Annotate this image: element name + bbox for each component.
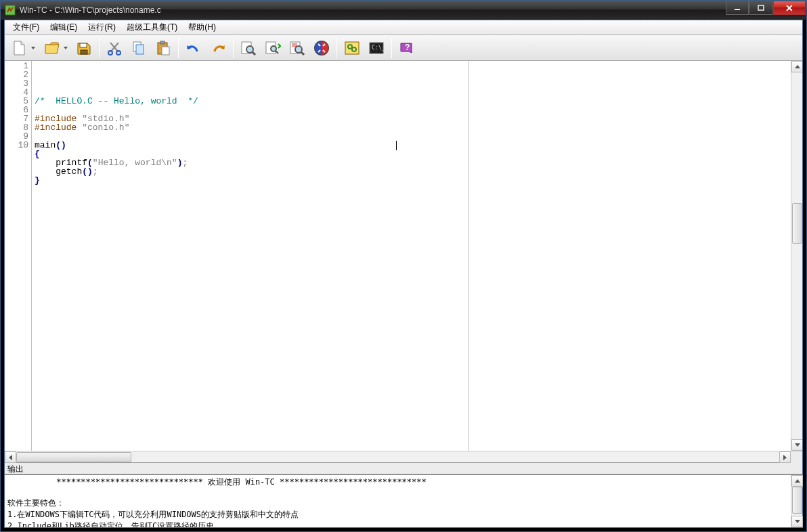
svg-rect-1 [735, 9, 740, 10]
text-cursor [396, 141, 397, 150]
svg-rect-8 [136, 45, 144, 54]
redo-icon [209, 39, 227, 57]
find-icon [240, 40, 257, 56]
scroll-thumb[interactable] [792, 487, 802, 514]
new-file-button[interactable] [7, 37, 39, 60]
scroll-up-button[interactable] [791, 475, 803, 487]
replace-icon [289, 40, 305, 56]
cut-icon [106, 40, 123, 56]
code-line[interactable]: #include "conio.h" [35, 123, 788, 132]
code-line[interactable]: #include "stdio.h" [35, 114, 788, 123]
toolbar-separator [391, 38, 392, 58]
find-next-button[interactable] [261, 37, 284, 60]
chevron-right-icon [783, 455, 787, 460]
scroll-corner [791, 451, 802, 463]
editor-pane: 12345678910 /* HELLO.C -- Hello, world *… [5, 61, 802, 451]
chevron-up-icon [795, 65, 800, 68]
code-line[interactable]: printf("Hello, world\n"); [35, 158, 788, 167]
menu-bar: 文件(F) 编辑(E) 运行(R) 超级工具集(T) 帮助(H) [5, 20, 802, 35]
menu-edit[interactable]: 编辑(E) [45, 20, 83, 35]
client-area: 文件(F) 编辑(E) 运行(R) 超级工具集(T) 帮助(H) [4, 20, 803, 528]
toolbar-separator [178, 38, 179, 58]
minimize-button[interactable] [726, 1, 749, 15]
console-button[interactable]: C:\_ [365, 37, 388, 60]
chevron-up-icon [795, 479, 800, 483]
app-window: Win-TC - C:\Win-TC\projects\noname.c ✕ 文… [0, 0, 807, 532]
svg-rect-3 [80, 43, 87, 47]
code-line[interactable] [35, 132, 788, 141]
svg-point-15 [271, 46, 276, 51]
editor-split-line[interactable] [468, 61, 469, 451]
cut-button[interactable] [103, 37, 126, 60]
svg-rect-11 [162, 47, 169, 55]
chevron-down-icon [795, 443, 800, 447]
app-icon [5, 5, 16, 16]
copy-button[interactable] [127, 37, 150, 60]
paste-button[interactable] [152, 37, 175, 60]
line-number-gutter: 12345678910 [5, 61, 32, 451]
editor-vertical-scrollbar[interactable] [791, 61, 802, 451]
help-icon: ? [398, 39, 416, 57]
window-controls: ✕ [726, 1, 806, 20]
run-button[interactable] [341, 37, 364, 60]
find-button[interactable] [237, 37, 260, 60]
copy-icon [131, 40, 147, 56]
undo-icon [185, 39, 202, 57]
code-line[interactable]: /* HELLO.C -- Hello, world */ [35, 97, 788, 106]
paste-icon [155, 40, 171, 56]
dropdown-icon [64, 47, 68, 49]
code-line[interactable]: getch(); [35, 167, 788, 176]
menu-file[interactable]: 文件(F) [7, 20, 45, 35]
menu-tools[interactable]: 超级工具集(T) [121, 20, 183, 35]
output-vertical-scrollbar[interactable] [791, 475, 802, 527]
menu-run[interactable]: 运行(R) [83, 20, 121, 35]
save-button[interactable] [72, 37, 95, 60]
svg-rect-10 [160, 41, 165, 44]
scroll-thumb[interactable] [16, 452, 131, 462]
scroll-down-button[interactable] [791, 439, 802, 451]
line-number: 10 [5, 141, 31, 150]
svg-point-5 [108, 51, 112, 55]
open-file-button[interactable] [40, 37, 71, 60]
svg-text:?: ? [405, 43, 410, 52]
svg-text:C:\_: C:\_ [372, 45, 385, 51]
editor-horizontal-scrollbar[interactable] [5, 451, 802, 462]
scroll-down-button[interactable] [791, 516, 803, 527]
replace-button[interactable] [286, 37, 309, 60]
undo-button[interactable] [182, 37, 205, 60]
menu-help[interactable]: 帮助(H) [183, 20, 221, 35]
scroll-thumb[interactable] [792, 203, 802, 244]
toolbar: C:\_ ? [5, 35, 802, 61]
help-button[interactable]: ? [395, 37, 418, 60]
find-next-icon [265, 40, 281, 56]
scroll-up-button[interactable] [791, 61, 802, 72]
open-folder-icon [43, 39, 61, 57]
svg-point-6 [116, 51, 121, 55]
dropdown-icon [31, 47, 35, 49]
code-line[interactable]: main() [35, 141, 788, 150]
maximize-button[interactable] [749, 1, 772, 15]
svg-point-13 [246, 46, 253, 53]
toolbar-separator [336, 38, 337, 58]
run-icon [343, 39, 361, 57]
compile-icon [313, 39, 330, 57]
title-bar[interactable]: Win-TC - C:\Win-TC\projects\noname.c ✕ [1, 1, 806, 20]
chevron-down-icon [795, 520, 800, 523]
compile-button[interactable] [310, 37, 333, 60]
scroll-right-button[interactable] [779, 451, 791, 463]
code-line[interactable] [35, 106, 788, 114]
editor-area: 12345678910 /* HELLO.C -- Hello, world *… [5, 61, 802, 462]
code-editor[interactable]: /* HELLO.C -- Hello, world */#include "s… [32, 61, 791, 451]
close-button[interactable]: ✕ [773, 1, 806, 15]
save-icon [75, 39, 93, 57]
window-title: Win-TC - C:\Win-TC\projects\noname.c [20, 5, 726, 15]
redo-button[interactable] [206, 37, 230, 60]
output-panel: ****************************** 欢迎使用 Win-… [5, 474, 802, 527]
output-panel-label: 输出 [5, 462, 802, 474]
output-text[interactable]: ****************************** 欢迎使用 Win-… [5, 475, 791, 527]
scroll-left-button[interactable] [5, 451, 16, 463]
console-icon: C:\_ [368, 39, 385, 57]
code-line[interactable]: } [35, 176, 788, 185]
chevron-left-icon [9, 455, 12, 460]
toolbar-separator [233, 38, 234, 58]
